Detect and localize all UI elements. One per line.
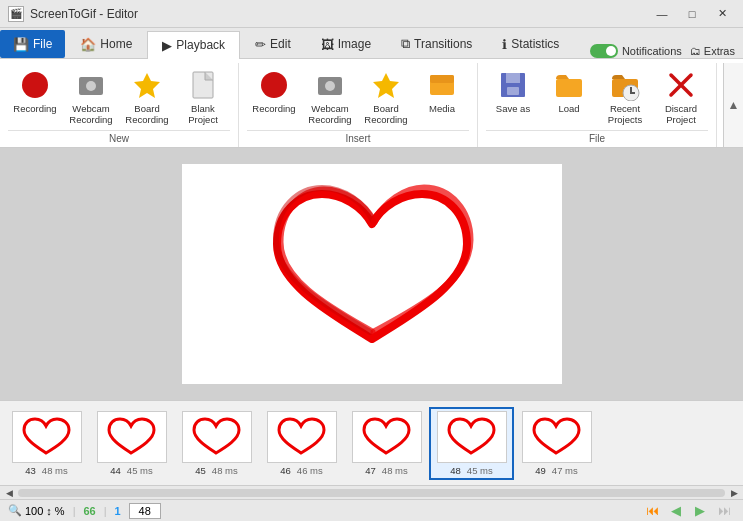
board-recording-button[interactable]: Board Recording	[120, 67, 174, 128]
close-button[interactable]: ✕	[709, 5, 735, 23]
board-recording-insert-label: Board Recording	[361, 103, 411, 126]
window-controls: — □ ✕	[649, 5, 735, 23]
tab-image[interactable]: 🖼 Image	[306, 30, 386, 58]
frame-45[interactable]: 45 48 ms	[174, 407, 259, 480]
ribbon-group-new-items: Recording Webcam Recording	[8, 63, 230, 130]
ribbon-group-file-items: Save as Load	[486, 63, 708, 130]
svg-point-7	[325, 81, 335, 91]
media-button[interactable]: Media	[415, 67, 469, 116]
frame-47-ms: 48 ms	[382, 465, 408, 476]
frame-43[interactable]: 43 48 ms	[4, 407, 89, 480]
frame-48-num: 48	[450, 465, 461, 476]
tab-statistics[interactable]: ℹ Statistics	[487, 30, 574, 58]
nav-last-button[interactable]: ⏭	[713, 502, 735, 520]
tab-edit[interactable]: ✏ Edit	[240, 30, 306, 58]
frame-45-num: 45	[195, 465, 206, 476]
tab-file[interactable]: 💾 File	[0, 30, 65, 58]
notifications-label: Notifications	[622, 45, 682, 57]
frame-49-ms: 47 ms	[552, 465, 578, 476]
tab-transitions-label: Transitions	[414, 37, 472, 51]
tab-statistics-label: Statistics	[511, 37, 559, 51]
discard-project-label: Discard Project	[656, 103, 706, 126]
extras-button[interactable]: 🗂 Extras	[690, 45, 735, 57]
nav-prev-button[interactable]: ◀	[665, 502, 687, 520]
recording-icon	[19, 69, 51, 101]
frame-46-num: 46	[280, 465, 291, 476]
frame-48-ms: 45 ms	[467, 465, 493, 476]
tab-playback[interactable]: ▶ Playback	[147, 31, 240, 59]
webcam-recording-insert-icon	[314, 69, 346, 101]
save-as-icon	[497, 69, 529, 101]
recording-insert-icon	[258, 69, 290, 101]
maximize-button[interactable]: □	[679, 5, 705, 23]
app-wrapper: 🎬 ScreenToGif - Editor — □ ✕ 💾 File 🏠 Ho…	[0, 0, 743, 521]
ribbon-group-new: Recording Webcam Recording	[0, 63, 239, 147]
recording-label: Recording	[13, 103, 56, 114]
scroll-track[interactable]	[18, 489, 725, 497]
blank-project-icon	[187, 69, 219, 101]
recent-projects-button[interactable]: Recent Projects	[598, 67, 652, 128]
webcam-recording-button[interactable]: Webcam Recording	[64, 67, 118, 128]
notifications-toggle[interactable]: Notifications	[590, 44, 682, 58]
ribbon-group-file: Save as Load	[478, 63, 717, 147]
recording-button[interactable]: Recording	[8, 67, 62, 116]
frame-43-info: 43 48 ms	[25, 465, 67, 476]
svg-marker-3	[134, 73, 160, 98]
image-tab-icon: 🖼	[321, 37, 334, 52]
frame-44-num: 44	[110, 465, 121, 476]
collapse-ribbon-button[interactable]: ▲	[723, 63, 743, 147]
recording-insert-button[interactable]: Recording	[247, 67, 301, 116]
discard-project-button[interactable]: Discard Project	[654, 67, 708, 128]
frame-48[interactable]: 48 45 ms	[429, 407, 514, 480]
layer-count: 1	[115, 505, 121, 517]
frame-number-input[interactable]	[129, 503, 161, 519]
frame-45-info: 45 48 ms	[195, 465, 237, 476]
frame-49[interactable]: 49 47 ms	[514, 407, 599, 480]
cursor-input-wrapper	[129, 503, 161, 519]
file-tab-icon: 💾	[13, 37, 29, 52]
frame-44[interactable]: 44 45 ms	[89, 407, 174, 480]
load-label: Load	[558, 103, 579, 114]
webcam-recording-insert-button[interactable]: Webcam Recording	[303, 67, 357, 128]
svg-rect-4	[193, 72, 213, 98]
tab-row: 💾 File 🏠 Home ▶ Playback ✏ Edit 🖼 Image …	[0, 28, 743, 58]
tab-home[interactable]: 🏠 Home	[65, 30, 147, 58]
tab-edit-label: Edit	[270, 37, 291, 51]
frame-47-num: 47	[365, 465, 376, 476]
load-button[interactable]: Load	[542, 67, 596, 116]
sep2: |	[104, 505, 107, 517]
board-recording-insert-button[interactable]: Board Recording	[359, 67, 413, 128]
tab-home-label: Home	[100, 37, 132, 51]
scroll-right-button[interactable]: ▶	[727, 486, 741, 500]
zoom-icon: 🔍	[8, 504, 22, 517]
frame-45-thumb	[182, 411, 252, 463]
frame-count: 66	[84, 505, 96, 517]
nav-first-button[interactable]: ⏮	[641, 502, 663, 520]
nav-arrows: ⏮ ◀ ▶ ⏭	[641, 502, 735, 520]
minimize-button[interactable]: —	[649, 5, 675, 23]
frame-46[interactable]: 46 46 ms	[259, 407, 344, 480]
frame-47[interactable]: 47 48 ms	[344, 407, 429, 480]
nav-next-button[interactable]: ▶	[689, 502, 711, 520]
webcam-recording-label: Webcam Recording	[66, 103, 116, 126]
main-area	[0, 148, 743, 400]
frame-47-thumb	[352, 411, 422, 463]
ribbon-group-insert-items: Recording Webcam Recording	[247, 63, 469, 130]
scroll-left-button[interactable]: ◀	[2, 486, 16, 500]
recording-insert-label: Recording	[252, 103, 295, 114]
extras-icon: 🗂	[690, 45, 701, 57]
frame-45-ms: 48 ms	[212, 465, 238, 476]
scrollbar-area: ◀ ▶	[0, 485, 743, 499]
frame-44-thumb	[97, 411, 167, 463]
frame-47-info: 47 48 ms	[365, 465, 407, 476]
heart-drawing	[252, 174, 492, 374]
blank-project-button[interactable]: Blank Project	[176, 67, 230, 128]
tab-transitions[interactable]: ⧉ Transitions	[386, 30, 487, 58]
save-as-label: Save as	[496, 103, 530, 114]
toggle-switch[interactable]	[590, 44, 618, 58]
insert-group-label: Insert	[247, 130, 469, 147]
save-as-button[interactable]: Save as	[486, 67, 540, 116]
svg-rect-13	[507, 87, 519, 95]
ribbon-content: Recording Webcam Recording	[0, 58, 743, 148]
board-recording-label: Board Recording	[122, 103, 172, 126]
